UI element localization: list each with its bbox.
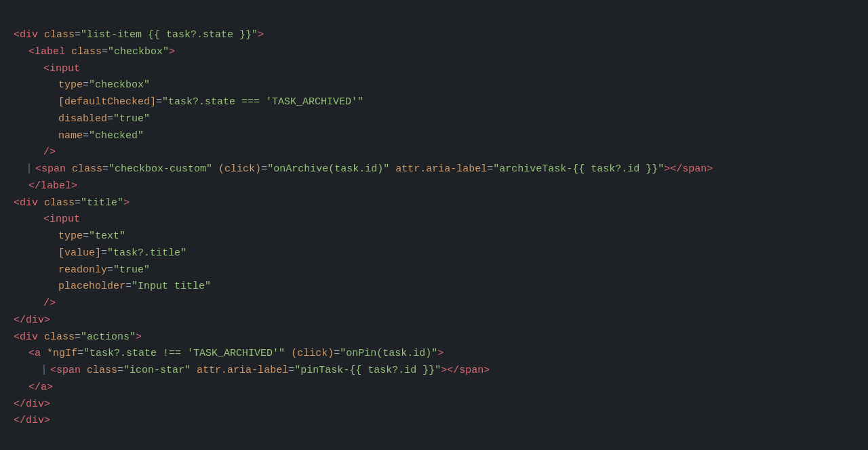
token-tag: > bbox=[437, 348, 443, 359]
token-text: = bbox=[288, 365, 294, 376]
code-line: type="text" bbox=[0, 228, 868, 245]
code-line: type="checkbox" bbox=[0, 77, 868, 94]
token-attr-value: "checkbox" bbox=[89, 79, 150, 91]
token-text bbox=[41, 348, 47, 359]
token-tag: /> bbox=[43, 298, 56, 309]
token-attr-value: "onPin(task.id)" bbox=[340, 348, 437, 359]
token-attr-value: "archiveTask-{{ task?.id }}" bbox=[493, 163, 664, 175]
token-attr-name: placeholder bbox=[58, 281, 125, 292]
token-text: = bbox=[117, 365, 123, 376]
token-attr-name: class bbox=[44, 331, 75, 343]
token-attr-name: class bbox=[87, 365, 117, 376]
token-attr-name: name bbox=[58, 130, 83, 142]
token-attr-name: type bbox=[58, 230, 83, 242]
token-tag: > bbox=[123, 197, 130, 209]
code-line: <div class="actions"> bbox=[0, 329, 868, 346]
token-tag: <div bbox=[14, 331, 38, 343]
code-line: <a *ngIf="task?.state !== 'TASK_ARCHIVED… bbox=[0, 346, 868, 363]
token-attr-name: class bbox=[71, 46, 102, 58]
token-tag: <div bbox=[14, 29, 38, 41]
token-text: = bbox=[334, 348, 340, 359]
code-line: <span class="icon-star" attr.aria-label=… bbox=[0, 363, 868, 380]
token-tag: > bbox=[136, 331, 142, 343]
code-line: <input bbox=[0, 61, 868, 78]
token-attr-name: attr.aria-label bbox=[395, 163, 487, 175]
token-text: = bbox=[102, 163, 108, 175]
code-line: placeholder="Input title" bbox=[0, 279, 868, 295]
token-text bbox=[38, 331, 44, 343]
token-attr-value: "true" bbox=[113, 113, 150, 125]
token-attr-value: "checkbox-custom" bbox=[108, 163, 212, 175]
token-attr-name: *ngIf bbox=[47, 348, 77, 359]
code-line: name="checked" bbox=[0, 128, 868, 145]
token-text bbox=[191, 365, 197, 376]
code-line: </div> bbox=[0, 396, 868, 413]
token-attr-name: [value] bbox=[58, 247, 101, 259]
token-text bbox=[66, 163, 72, 175]
token-attr-value: "checkbox" bbox=[108, 46, 169, 58]
code-line: </div> bbox=[0, 413, 868, 430]
token-tag: </div> bbox=[14, 314, 50, 326]
token-tag: <a bbox=[28, 348, 41, 359]
token-attr-value: "text" bbox=[89, 230, 125, 242]
code-line: readonly="true" bbox=[0, 262, 868, 279]
code-line: [value]="task?.title" bbox=[0, 245, 868, 262]
code-editor: <div class="list-item {{ task?.state }}"… bbox=[0, 7, 868, 434]
token-attr-value: "task?.state !== 'TASK_ARCHIVED'" bbox=[83, 348, 285, 359]
token-tag: /> bbox=[43, 146, 56, 158]
code-line: <div class="title"> bbox=[0, 195, 868, 212]
token-text: = bbox=[125, 281, 132, 292]
token-tag: <span bbox=[35, 163, 66, 175]
code-line: <label class="checkbox"> bbox=[0, 44, 868, 61]
token-text: = bbox=[107, 264, 113, 276]
token-tag: > bbox=[258, 29, 264, 41]
code-line: disabled="true" bbox=[0, 111, 868, 128]
token-text bbox=[389, 163, 395, 175]
code-line: /> bbox=[0, 144, 868, 161]
token-attr-name: (click) bbox=[218, 163, 261, 175]
token-tag: <input bbox=[43, 63, 80, 75]
token-attr-name: readonly bbox=[58, 264, 107, 276]
token-text: = bbox=[261, 163, 267, 175]
token-attr-name: (click) bbox=[291, 348, 334, 359]
token-text: = bbox=[83, 79, 89, 91]
token-attr-name: class bbox=[72, 163, 102, 175]
token-text: = bbox=[75, 331, 81, 343]
token-attr-value: "actions" bbox=[81, 331, 136, 343]
token-attr-name: disabled bbox=[58, 113, 107, 125]
token-attr-name: class bbox=[44, 29, 75, 41]
token-attr-value: "title" bbox=[81, 197, 123, 209]
token-attr-value: "true" bbox=[113, 264, 150, 276]
token-text bbox=[65, 46, 71, 58]
token-text bbox=[38, 197, 44, 209]
token-text: = bbox=[156, 96, 162, 108]
token-attr-name: type bbox=[58, 79, 83, 91]
token-attr-value: "checked" bbox=[89, 130, 144, 142]
token-text bbox=[285, 348, 291, 359]
token-attr-value: "list-item {{ task?.state }}" bbox=[81, 29, 258, 41]
token-tag: </a> bbox=[28, 382, 53, 393]
token-attr-value: "task?.title" bbox=[107, 247, 186, 259]
token-tag: ></span> bbox=[664, 163, 713, 175]
token-tag: > bbox=[169, 46, 175, 58]
token-text: = bbox=[77, 348, 83, 359]
token-tag: <label bbox=[28, 46, 65, 58]
code-line: [defaultChecked]="task?.state === 'TASK_… bbox=[0, 94, 868, 111]
token-tag: ></span> bbox=[441, 365, 490, 376]
token-text bbox=[81, 365, 87, 376]
token-tag: <span bbox=[50, 365, 81, 376]
token-attr-name: [defaultChecked] bbox=[58, 96, 156, 108]
token-text: = bbox=[102, 46, 108, 58]
token-tag: </div> bbox=[14, 398, 50, 410]
token-text: = bbox=[75, 197, 81, 209]
token-attr-value: "icon-star" bbox=[123, 365, 191, 376]
token-text bbox=[212, 163, 218, 175]
token-text: = bbox=[487, 163, 493, 175]
code-line: <div class="list-item {{ task?.state }}"… bbox=[0, 27, 868, 44]
token-text bbox=[38, 29, 44, 41]
token-tag: <input bbox=[43, 213, 80, 225]
token-tag: </label> bbox=[28, 180, 77, 192]
token-text: = bbox=[83, 130, 89, 142]
code-line: </a> bbox=[0, 380, 868, 396]
token-tag: </div> bbox=[14, 415, 50, 426]
